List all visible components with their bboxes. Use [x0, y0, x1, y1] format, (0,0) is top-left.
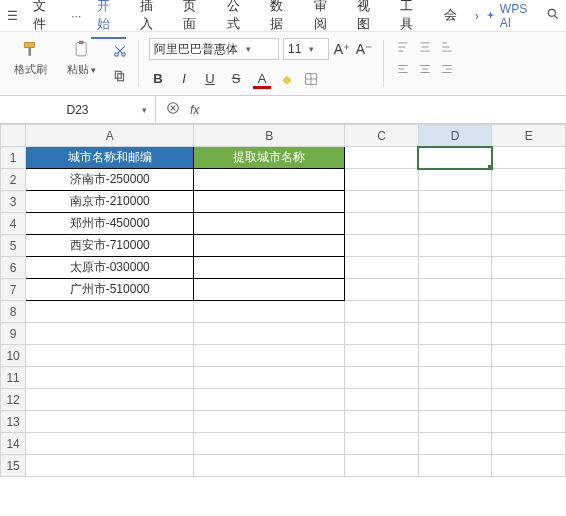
- cell[interactable]: [492, 213, 566, 235]
- row-header[interactable]: 13: [1, 411, 26, 433]
- search-icon[interactable]: [546, 7, 560, 24]
- row-header[interactable]: 11: [1, 367, 26, 389]
- row-header[interactable]: 5: [1, 235, 26, 257]
- cell[interactable]: [418, 389, 492, 411]
- cell[interactable]: [26, 433, 194, 455]
- cell[interactable]: [418, 235, 492, 257]
- cell-A5[interactable]: 西安市-710000: [26, 235, 194, 257]
- cell[interactable]: [418, 433, 492, 455]
- strikethrough-button[interactable]: S: [227, 71, 245, 89]
- cell[interactable]: [194, 455, 345, 477]
- cell[interactable]: [492, 323, 566, 345]
- cell[interactable]: [492, 411, 566, 433]
- col-header-E[interactable]: E: [492, 125, 566, 147]
- hamburger-icon[interactable]: ☰: [6, 9, 19, 23]
- menu-review[interactable]: 审阅: [308, 0, 343, 39]
- cut-button[interactable]: [112, 43, 128, 59]
- cell[interactable]: [345, 301, 419, 323]
- cell[interactable]: [418, 323, 492, 345]
- cell[interactable]: [26, 411, 194, 433]
- cell[interactable]: [26, 301, 194, 323]
- font-color-button[interactable]: A: [253, 71, 271, 89]
- row-header[interactable]: 7: [1, 279, 26, 301]
- cell[interactable]: [194, 301, 345, 323]
- cell-A1[interactable]: 城市名称和邮编: [26, 147, 194, 169]
- align-top-button[interactable]: [394, 38, 412, 56]
- spreadsheet-grid[interactable]: A B C D E 1 城市名称和邮编 提取城市名称 2 济南市-250000 …: [0, 124, 566, 477]
- cell[interactable]: [345, 389, 419, 411]
- copy-button[interactable]: [112, 68, 128, 84]
- cell[interactable]: [345, 191, 419, 213]
- cell[interactable]: [418, 257, 492, 279]
- cell[interactable]: [345, 411, 419, 433]
- menu-file[interactable]: 文件: [27, 0, 62, 39]
- cell-A3[interactable]: 南京市-210000: [26, 191, 194, 213]
- cell-B1[interactable]: 提取城市名称: [194, 147, 345, 169]
- paste-chevron-icon[interactable]: ▾: [91, 65, 96, 75]
- font-family-select[interactable]: 阿里巴巴普惠体 ▾: [149, 38, 279, 60]
- cell[interactable]: [492, 345, 566, 367]
- row-header[interactable]: 4: [1, 213, 26, 235]
- align-right-button[interactable]: [438, 60, 456, 78]
- wps-ai-button[interactable]: WPS AI: [485, 2, 538, 30]
- fx-label[interactable]: fx: [190, 103, 199, 117]
- format-painter-button[interactable]: 格式刷: [10, 38, 51, 79]
- menu-data[interactable]: 数据: [264, 0, 299, 39]
- cell[interactable]: [492, 455, 566, 477]
- align-left-button[interactable]: [394, 60, 412, 78]
- cell[interactable]: [194, 433, 345, 455]
- cell-B5[interactable]: [194, 235, 345, 257]
- cell-B6[interactable]: [194, 257, 345, 279]
- cell-B4[interactable]: [194, 213, 345, 235]
- row-header[interactable]: 9: [1, 323, 26, 345]
- menu-overflow-chevron[interactable]: ›: [471, 9, 483, 23]
- cell[interactable]: [492, 235, 566, 257]
- cell[interactable]: [345, 345, 419, 367]
- cell-A7[interactable]: 广州市-510000: [26, 279, 194, 301]
- menu-formula[interactable]: 公式: [221, 0, 256, 39]
- row-header[interactable]: 2: [1, 169, 26, 191]
- cell-B7[interactable]: [194, 279, 345, 301]
- row-header[interactable]: 14: [1, 433, 26, 455]
- cell[interactable]: [345, 235, 419, 257]
- menu-view[interactable]: 视图: [351, 0, 386, 39]
- cell[interactable]: [345, 323, 419, 345]
- align-middle-button[interactable]: [416, 38, 434, 56]
- align-center-button[interactable]: [416, 60, 434, 78]
- cell[interactable]: [26, 455, 194, 477]
- cell[interactable]: [492, 257, 566, 279]
- cancel-formula-button[interactable]: [166, 101, 180, 118]
- cell[interactable]: [418, 455, 492, 477]
- cell-B3[interactable]: [194, 191, 345, 213]
- menu-page[interactable]: 页面: [177, 0, 212, 39]
- cell[interactable]: [418, 367, 492, 389]
- cell[interactable]: [345, 433, 419, 455]
- menu-start[interactable]: 开始: [91, 0, 126, 39]
- italic-button[interactable]: I: [175, 71, 193, 89]
- cell[interactable]: [418, 301, 492, 323]
- col-header-A[interactable]: A: [26, 125, 194, 147]
- cell[interactable]: [345, 213, 419, 235]
- row-header[interactable]: 6: [1, 257, 26, 279]
- col-header-C[interactable]: C: [345, 125, 419, 147]
- fill-color-button[interactable]: [279, 71, 295, 87]
- cell[interactable]: [492, 389, 566, 411]
- cell[interactable]: [345, 367, 419, 389]
- borders-button[interactable]: [303, 71, 319, 87]
- cell[interactable]: [194, 411, 345, 433]
- cell[interactable]: [26, 345, 194, 367]
- cell-D1[interactable]: [418, 147, 492, 169]
- row-header[interactable]: 12: [1, 389, 26, 411]
- cell[interactable]: [492, 279, 566, 301]
- cell-E1[interactable]: [492, 147, 566, 169]
- cell[interactable]: [492, 301, 566, 323]
- bold-button[interactable]: B: [149, 71, 167, 89]
- cell[interactable]: [418, 191, 492, 213]
- menu-member[interactable]: 会: [438, 2, 463, 30]
- cell[interactable]: [492, 433, 566, 455]
- cell-B2[interactable]: [194, 169, 345, 191]
- increase-font-button[interactable]: A⁺: [333, 41, 351, 57]
- font-size-select[interactable]: 11 ▾: [283, 38, 329, 60]
- cell[interactable]: [418, 169, 492, 191]
- cell[interactable]: [194, 323, 345, 345]
